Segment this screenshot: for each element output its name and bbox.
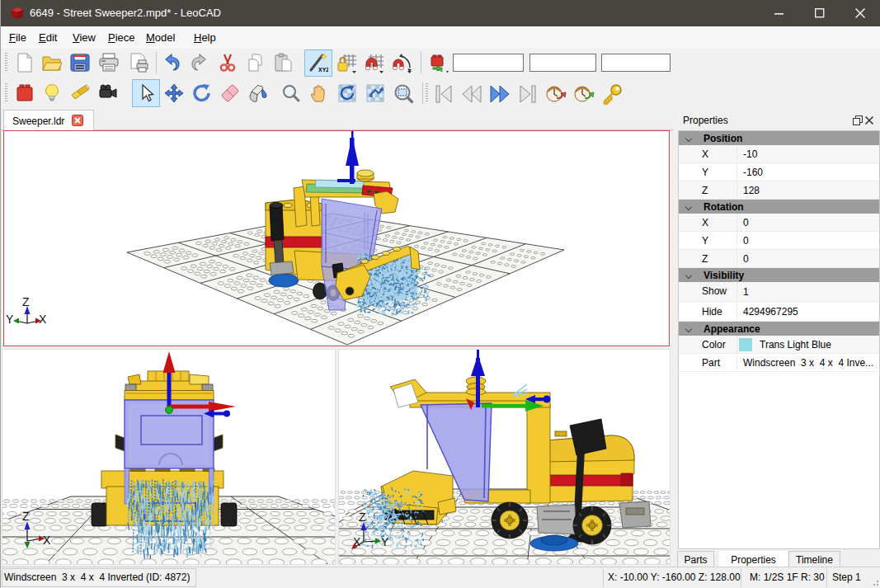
svg-text:Y: Y <box>6 313 14 326</box>
svg-text:X: X <box>43 534 51 547</box>
svg-text:X: X <box>39 313 47 326</box>
svg-text:Z: Z <box>22 510 30 523</box>
svg-text:Z: Z <box>22 295 30 308</box>
svg-text:Z: Z <box>359 510 366 524</box>
svg-text:Y: Y <box>381 535 389 548</box>
svg-text:XYZ: XYZ <box>318 67 328 73</box>
